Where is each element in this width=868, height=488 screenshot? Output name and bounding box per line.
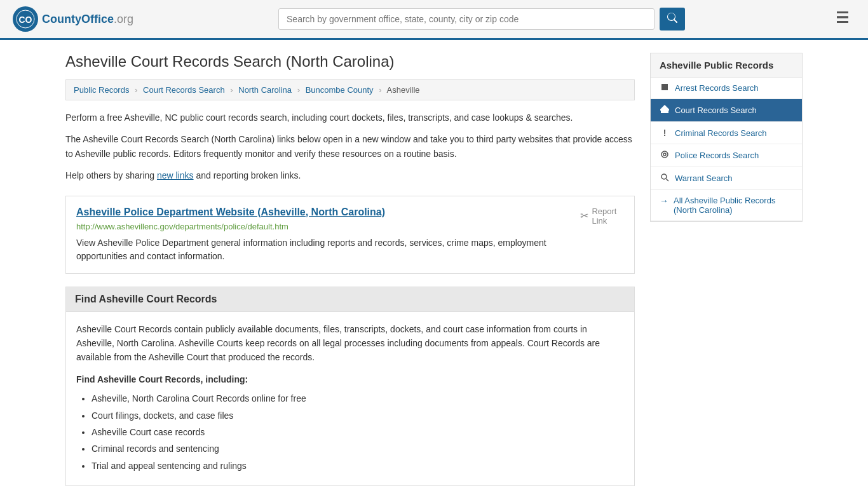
breadcrumb-court-records[interactable]: Court Records Search bbox=[143, 85, 225, 95]
find-section-text: Asheville Court Records contain publicly… bbox=[76, 322, 624, 365]
result-url[interactable]: http://www.ashevillenc.gov/departments/p… bbox=[76, 222, 580, 231]
logo-icon: CO bbox=[13, 6, 38, 32]
sidebar-item-police-records[interactable]: Police Records Search bbox=[651, 144, 802, 167]
search-input[interactable] bbox=[278, 8, 654, 30]
logo-name: CountyOffice bbox=[42, 13, 114, 25]
main-content: Asheville Court Records Search (North Ca… bbox=[53, 40, 815, 488]
breadcrumb-asheville: Asheville bbox=[387, 85, 420, 95]
logo-suffix: .org bbox=[114, 13, 133, 25]
new-links-link[interactable]: new links bbox=[157, 170, 194, 180]
list-item: Criminal records and sentencing bbox=[92, 442, 624, 456]
all-records-label: All Asheville Public Records (North Caro… bbox=[674, 196, 793, 215]
header: CO CountyOffice.org bbox=[0, 0, 868, 40]
breadcrumb-buncombe-county[interactable]: Buncombe County bbox=[306, 85, 374, 95]
svg-rect-7 bbox=[660, 109, 669, 111]
find-section-header: Find Asheville Court Records bbox=[65, 287, 635, 312]
logo-text: CountyOffice.org bbox=[42, 13, 133, 26]
list-item: Asheville Court case records bbox=[92, 425, 624, 439]
sidebar-label-police: Police Records Search bbox=[675, 151, 759, 160]
list-item: Trial and appeal sentencing and rulings bbox=[92, 459, 624, 473]
magnifier-icon bbox=[660, 173, 670, 184]
description-3: Help others by sharing new links and rep… bbox=[65, 168, 635, 182]
breadcrumb: Public Records › Court Records Search › … bbox=[65, 79, 635, 100]
sidebar-item-all-records[interactable]: → All Asheville Public Records (North Ca… bbox=[651, 190, 802, 221]
find-list: Asheville, North Carolina Court Records … bbox=[76, 391, 624, 473]
breadcrumb-sep-4: › bbox=[379, 85, 381, 95]
result-card: Asheville Police Department Website (Ash… bbox=[65, 196, 635, 274]
svg-rect-5 bbox=[661, 84, 668, 90]
svg-marker-8 bbox=[660, 105, 669, 109]
breadcrumb-sep-3: › bbox=[297, 85, 300, 95]
sidebar-label-warrant: Warrant Search bbox=[675, 173, 733, 183]
target-icon bbox=[660, 150, 670, 161]
description-2: The Asheville Court Records Search (Nort… bbox=[65, 132, 635, 161]
find-section: Find Asheville Court Records Asheville C… bbox=[65, 287, 635, 487]
square-icon bbox=[660, 83, 670, 93]
arrow-icon: → bbox=[660, 196, 668, 206]
find-section-body: Asheville Court Records contain publicly… bbox=[65, 312, 635, 487]
court-icon bbox=[660, 105, 670, 116]
menu-button[interactable] bbox=[830, 7, 855, 31]
breadcrumb-sep-2: › bbox=[230, 85, 233, 95]
report-icon: ✂ bbox=[580, 210, 588, 222]
search-button[interactable] bbox=[660, 8, 685, 30]
description-1: Perform a free Asheville, NC public cour… bbox=[65, 111, 635, 125]
svg-text:CO: CO bbox=[19, 15, 32, 25]
sidebar-label-arrest: Arrest Records Search bbox=[675, 83, 759, 93]
list-item: Asheville, North Carolina Court Records … bbox=[92, 391, 624, 405]
sidebar-label-criminal: Criminal Records Search bbox=[675, 128, 767, 138]
svg-point-11 bbox=[661, 174, 667, 179]
including-title: Find Asheville Court Records, including: bbox=[76, 372, 624, 386]
result-title[interactable]: Asheville Police Department Website (Ash… bbox=[76, 207, 580, 218]
svg-point-10 bbox=[663, 153, 666, 156]
result-description: View Asheville Police Department general… bbox=[76, 236, 580, 263]
breadcrumb-sep-1: › bbox=[135, 85, 137, 95]
sidebar-item-arrest-records[interactable]: Arrest Records Search bbox=[651, 78, 802, 99]
svg-line-12 bbox=[667, 179, 669, 182]
svg-point-9 bbox=[661, 151, 668, 158]
list-item: Court filings, dockets, and case files bbox=[92, 409, 624, 423]
sidebar: Asheville Public Records Arrest Records … bbox=[650, 53, 803, 486]
breadcrumb-north-carolina[interactable]: North Carolina bbox=[238, 85, 292, 95]
search-area bbox=[278, 8, 685, 30]
sidebar-list: Arrest Records Search Court Records Sear… bbox=[650, 78, 803, 222]
report-label: Report Link bbox=[592, 207, 624, 226]
sidebar-item-criminal-records[interactable]: ! Criminal Records Search bbox=[651, 122, 802, 144]
page-title: Asheville Court Records Search (North Ca… bbox=[65, 53, 635, 71]
sidebar-title: Asheville Public Records bbox=[650, 53, 803, 78]
content-area: Asheville Court Records Search (North Ca… bbox=[65, 53, 635, 486]
desc3-suffix: and reporting broken links. bbox=[194, 170, 301, 180]
breadcrumb-public-records[interactable]: Public Records bbox=[74, 85, 129, 95]
sidebar-label-court: Court Records Search bbox=[675, 105, 757, 115]
exclamation-icon: ! bbox=[660, 128, 670, 138]
sidebar-item-court-records[interactable]: Court Records Search bbox=[651, 99, 802, 122]
desc3-prefix: Help others by sharing bbox=[65, 170, 157, 180]
logo-area: CO CountyOffice.org bbox=[13, 6, 133, 32]
sidebar-item-warrant-search[interactable]: Warrant Search bbox=[651, 167, 802, 190]
report-link-button[interactable]: ✂ Report Link bbox=[580, 207, 624, 226]
